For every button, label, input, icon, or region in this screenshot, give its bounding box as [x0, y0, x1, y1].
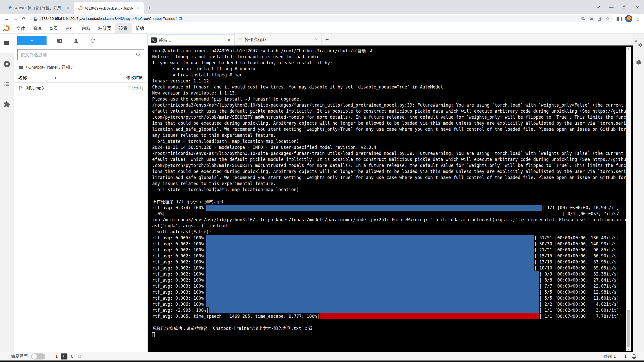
- menu-item-标签页[interactable]: 标签页: [94, 23, 115, 34]
- current-session-label[interactable]: 终端 1: [604, 354, 616, 359]
- menu-item-内核[interactable]: 内核: [78, 23, 94, 34]
- back-icon[interactable]: ←: [3, 15, 11, 23]
- terminal-icon: $_: [151, 37, 157, 43]
- menu-item-文件[interactable]: 文件: [13, 23, 29, 34]
- scroll-down-icon[interactable]: ▼: [626, 348, 631, 351]
- column-modified[interactable]: 修改时间: [107, 73, 147, 83]
- property-inspector-gears-icon[interactable]: [633, 40, 644, 48]
- progress-bar: [206, 253, 534, 259]
- refresh-icon[interactable]: [90, 38, 96, 44]
- kernel-chip-icon[interactable]: [77, 354, 82, 359]
- right-activity-bar: [633, 34, 644, 352]
- side-panel-icon[interactable]: [615, 16, 623, 22]
- terminal-line: Notice: ffmpeg is not installed. torchau…: [152, 54, 619, 60]
- terminal-progress-line: rtf_avg: 0.002: 100%|| 21/21 [00:00<00:0…: [152, 247, 619, 253]
- progress-bar: [319, 313, 539, 319]
- close-window-button[interactable]: ×: [631, 2, 644, 12]
- terminal-line: /root/miniconda3/envs/asr/lib/python3.10…: [152, 150, 619, 156]
- translate-icon[interactable]: G: [579, 16, 587, 22]
- file-browser-panel: + / Chatbot-Trainer / 音频 / 名称 ▲ 修改时间: [14, 34, 148, 352]
- tab-search-chevron-icon[interactable]: [592, 2, 605, 12]
- browser-tab-autodl[interactable]: AutoDL算力云 | 弹性、好用、省 ×: [4, 2, 74, 14]
- tab-operation-flow-txt[interactable]: 操作流程.txt ×: [235, 34, 322, 45]
- terminal-panel[interactable]: root@autodl-container-fa424395af-b1ef26d…: [148, 46, 633, 352]
- browser-menu-icon[interactable]: [634, 17, 641, 21]
- column-name[interactable]: 名称 ▲: [14, 75, 107, 81]
- terminal-progress-line: rtf_avg: 0.003: 100%|| 5/5 [00:00<00:00,…: [152, 295, 619, 301]
- browser-tab-title: AutoDL算力云 | 弹性、好用、省: [15, 6, 63, 11]
- tab-close-icon[interactable]: ×: [135, 6, 140, 11]
- progress-bar: [206, 283, 539, 289]
- file-modified: 1 分钟前: [107, 85, 147, 91]
- simple-interface-label: 简易界面: [11, 354, 28, 359]
- url-text: a183410-95af-b1ef26d7.yza1.seetacloud.co…: [39, 16, 579, 21]
- terminal-progress-line: rtf_avg: 0.003: 100%|| 7/7 [00:00<00:00,…: [152, 283, 619, 289]
- simple-interface-toggle[interactable]: [31, 353, 45, 359]
- file-name: 测试.mp3: [26, 85, 107, 91]
- filename-filter-input[interactable]: [21, 52, 136, 58]
- terminal-progress-line: rtf_avg: 0.003: 100%|| 5/5 [00:00<00:00,…: [152, 289, 619, 295]
- search-icon: [136, 52, 141, 58]
- terminal-line: lization.add_safe_globals`. We recommend…: [152, 126, 619, 132]
- menu-item-设置[interactable]: 设置: [115, 23, 132, 34]
- running-sessions-icon[interactable]: [0, 60, 14, 68]
- menu-item-帮助[interactable]: 帮助: [132, 23, 148, 34]
- progress-bar: [165, 211, 562, 217]
- terminal-line: 正在处理第 1/1 个文件: 测试.mp3: [152, 199, 619, 205]
- browser-tab-jupyter[interactable]: %E9%9F%B3%E9... - JupyterLa ×: [74, 2, 144, 14]
- terminal-line: lization.add_safe_globals`. We recommend…: [152, 174, 619, 180]
- dock-tab-bar: $_ 终端 1 × 操作流程.txt × +: [148, 34, 633, 46]
- terminal-line: with autocast(False):: [152, 229, 619, 235]
- svg-text:G: G: [582, 17, 584, 19]
- new-tab-button[interactable]: +: [145, 4, 154, 12]
- notifications-count[interactable]: 1: [624, 354, 627, 359]
- progress-bar: [206, 289, 539, 295]
- browser-toolbar: ← → a183410-95af-b1ef26d7.yza1.seetaclou…: [0, 14, 644, 23]
- restore-button[interactable]: [618, 2, 631, 12]
- terminal-line: ions that could be executed during unpic…: [152, 120, 619, 126]
- tab-terminal-1[interactable]: $_ 终端 1 ×: [148, 34, 235, 46]
- terminal-line: [152, 319, 619, 325]
- scrollbar-thumb[interactable]: [627, 310, 630, 347]
- terminal-scrollbar[interactable]: ▲ ▼: [626, 47, 631, 351]
- file-row[interactable]: 测试.mp3 1 分钟前: [14, 83, 147, 94]
- new-folder-icon[interactable]: [57, 38, 63, 44]
- menu-item-编辑[interactable]: 编辑: [29, 23, 45, 34]
- main-dock-panel: $_ 终端 1 × 操作流程.txt × + root@autodl-conta…: [148, 34, 633, 352]
- minimize-button[interactable]: —: [605, 2, 618, 12]
- scroll-up-icon[interactable]: ▲: [626, 48, 631, 50]
- tab-close-icon[interactable]: ×: [65, 6, 70, 11]
- new-launcher-button[interactable]: +: [17, 36, 47, 45]
- address-bar[interactable]: a183410-95af-b1ef26d7.yza1.seetacloud.co…: [30, 15, 613, 22]
- terminals-count: 1: [55, 354, 58, 359]
- terminal-progress-line: rtf_avg: 0.374: 100%|| 1/1 [00:10<00:00,…: [152, 205, 619, 211]
- bookmark-star-icon[interactable]: ☆: [603, 16, 612, 22]
- terminal-progress-line: rtf_avg: 0.002: 100%|| 10/10 [00:00<00:0…: [152, 265, 619, 271]
- breadcrumb[interactable]: / Chatbot-Trainer / 音频 /: [14, 61, 147, 73]
- terminal-cursor-line: [152, 331, 619, 337]
- menu-item-查看[interactable]: 查看: [45, 23, 62, 34]
- kernels-count: 0: [71, 354, 73, 359]
- upload-icon[interactable]: [73, 38, 79, 44]
- share-icon[interactable]: [595, 16, 603, 22]
- browser-tab-title: %E9%9F%B3%E9... - JupyterLa: [85, 6, 133, 10]
- filename-filter[interactable]: [17, 49, 144, 60]
- reload-icon[interactable]: [20, 15, 28, 23]
- terminal-badge-icon[interactable]: $_: [61, 353, 67, 359]
- terminal-line: 2024-10-31 14:56:54,328 - modelscope - I…: [152, 144, 619, 150]
- file-browser-toolbar: +: [14, 34, 147, 47]
- left-activity-bar: [0, 34, 14, 352]
- close-tab-icon[interactable]: ×: [226, 37, 232, 43]
- file-browser-icon[interactable]: [0, 40, 14, 46]
- menu-item-运行[interactable]: 运行: [62, 23, 78, 34]
- table-of-contents-icon[interactable]: [0, 81, 14, 87]
- zoom-icon[interactable]: [587, 16, 595, 22]
- close-tab-icon[interactable]: ×: [313, 37, 319, 42]
- breadcrumb-path[interactable]: / Chatbot-Trainer / 音频 /: [26, 64, 72, 70]
- avatar[interactable]: [625, 15, 632, 22]
- add-dock-tab-button[interactable]: +: [322, 34, 332, 45]
- extensions-icon[interactable]: [0, 101, 14, 108]
- bell-icon[interactable]: [631, 353, 637, 359]
- debugger-bug-icon[interactable]: [633, 59, 644, 65]
- terminal-line: Please use the command "pip install -U f…: [152, 96, 619, 102]
